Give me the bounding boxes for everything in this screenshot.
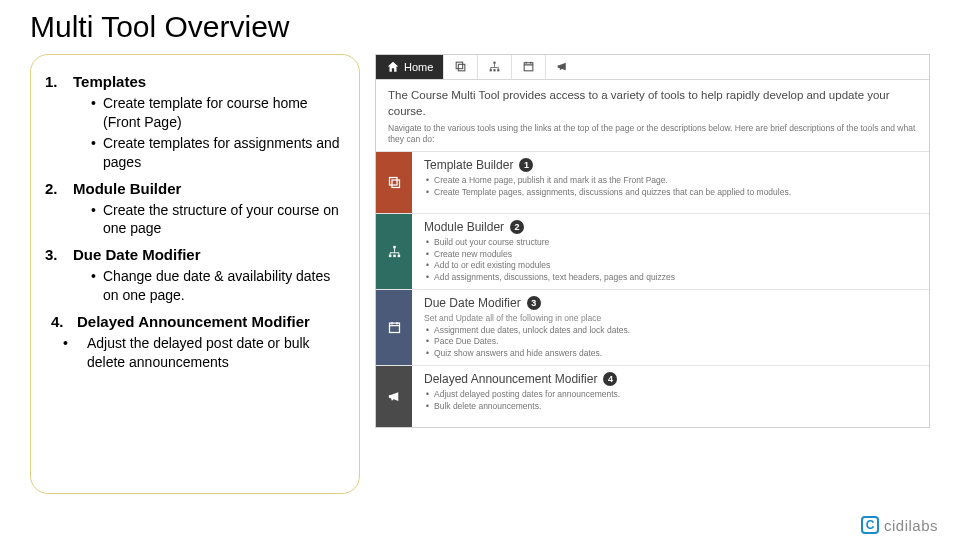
list-number: 3. bbox=[45, 246, 73, 263]
list-sub: •Adjust the delayed post date or bulk de… bbox=[63, 334, 345, 372]
list-heading: Templates bbox=[73, 73, 146, 90]
svg-rect-10 bbox=[388, 255, 391, 258]
list-heading: Due Date Modifier bbox=[73, 246, 201, 263]
section-bullet: Add to or edit existing modules bbox=[424, 260, 919, 271]
list-item: 2. Module Builder bbox=[45, 180, 345, 197]
subintro-text: Navigate to the various tools using the … bbox=[376, 121, 929, 151]
list-number: 4. bbox=[51, 313, 77, 330]
section-bullet: Adjust delayed posting dates for announc… bbox=[424, 389, 919, 400]
section-bullet: Build out your course structure bbox=[424, 237, 919, 248]
content-area: 1. Templates •Create template for course… bbox=[30, 54, 930, 494]
logo-text: cidilabs bbox=[884, 517, 938, 534]
svg-rect-12 bbox=[397, 255, 400, 258]
section-bullet: Create a Home page, publish it and mark … bbox=[424, 175, 919, 186]
section-body: Module Builder2 Build out your course st… bbox=[412, 214, 929, 289]
svg-rect-9 bbox=[393, 246, 396, 249]
section-template-builder[interactable]: Template Builder1 Create a Home page, pu… bbox=[376, 151, 929, 213]
tab-templates[interactable] bbox=[443, 55, 477, 79]
section-body: Due Date Modifier3 Set and Update all of… bbox=[412, 290, 929, 365]
section-due-date-modifier[interactable]: Due Date Modifier3 Set and Update all of… bbox=[376, 289, 929, 365]
bullhorn-icon bbox=[556, 60, 569, 75]
bullet-icon: • bbox=[91, 201, 103, 239]
svg-rect-5 bbox=[498, 69, 500, 71]
tab-announcements[interactable] bbox=[545, 55, 579, 79]
section-title: Delayed Announcement Modifier bbox=[424, 372, 597, 386]
top-nav: Home bbox=[376, 55, 929, 80]
list-bullet: Create templates for assignments and pag… bbox=[103, 134, 345, 172]
svg-rect-8 bbox=[389, 178, 397, 186]
calendar-icon bbox=[376, 290, 412, 365]
list-sub: •Create the structure of your course on … bbox=[91, 201, 345, 239]
section-bullet: Assignment due dates, unlock dates and l… bbox=[424, 325, 919, 336]
svg-rect-4 bbox=[494, 69, 496, 71]
section-bullet: Bulk delete announcements. bbox=[424, 401, 919, 412]
bullet-icon: • bbox=[91, 94, 103, 132]
home-icon bbox=[386, 60, 400, 74]
section-title: Module Builder bbox=[424, 220, 504, 234]
badge: 2 bbox=[510, 220, 524, 234]
list-bullet: Create the structure of your course on o… bbox=[103, 201, 345, 239]
app-screenshot: Home The Course Multi Tool prov bbox=[375, 54, 930, 428]
tab-modules[interactable] bbox=[477, 55, 511, 79]
home-label: Home bbox=[404, 61, 433, 73]
section-bullet: Quiz show answers and hide answers dates… bbox=[424, 348, 919, 359]
section-body: Template Builder1 Create a Home page, pu… bbox=[412, 152, 929, 213]
logo-mark: C bbox=[861, 516, 879, 534]
slide: Multi Tool Overview 1. Templates •Create… bbox=[0, 0, 960, 540]
copy-icon bbox=[376, 152, 412, 213]
list-item: 4. Delayed Announcement Modifier bbox=[51, 313, 345, 330]
section-desc: Set and Update all of the following in o… bbox=[424, 313, 919, 323]
copy-icon bbox=[454, 60, 467, 75]
bullet-icon: • bbox=[91, 267, 103, 305]
bullet-icon: • bbox=[63, 334, 87, 372]
list-item: 3. Due Date Modifier bbox=[45, 246, 345, 263]
section-bullet: Add assignments, discussions, text heade… bbox=[424, 272, 919, 283]
list-heading: Delayed Announcement Modifier bbox=[77, 313, 310, 330]
svg-rect-2 bbox=[494, 61, 496, 63]
list-number: 1. bbox=[45, 73, 73, 90]
overview-panel: 1. Templates •Create template for course… bbox=[30, 54, 360, 494]
section-title: Template Builder bbox=[424, 158, 513, 172]
svg-rect-7 bbox=[392, 180, 400, 188]
list-number: 2. bbox=[45, 180, 73, 197]
svg-rect-11 bbox=[393, 255, 396, 258]
svg-rect-13 bbox=[389, 323, 399, 332]
badge: 4 bbox=[603, 372, 617, 386]
list-sub: •Change due date & availability dates on… bbox=[91, 267, 345, 305]
footer-logo: C cidilabs bbox=[861, 516, 938, 534]
page-title: Multi Tool Overview bbox=[30, 10, 930, 44]
list-heading: Module Builder bbox=[73, 180, 181, 197]
intro-text: The Course Multi Tool provides access to… bbox=[376, 80, 929, 121]
list-bullet: Change due date & availability dates on … bbox=[103, 267, 345, 305]
calendar-icon bbox=[522, 60, 535, 75]
list-bullet: Adjust the delayed post date or bulk del… bbox=[87, 334, 345, 372]
section-bullet: Pace Due Dates. bbox=[424, 336, 919, 347]
home-button[interactable]: Home bbox=[376, 55, 443, 79]
section-body: Delayed Announcement Modifier4 Adjust de… bbox=[412, 366, 929, 427]
list-sub: •Create template for course home (Front … bbox=[91, 94, 345, 172]
bullhorn-icon bbox=[376, 366, 412, 427]
screenshot-panel: Home The Course Multi Tool prov bbox=[375, 54, 930, 494]
sitemap-icon bbox=[488, 60, 501, 75]
section-module-builder[interactable]: Module Builder2 Build out your course st… bbox=[376, 213, 929, 289]
badge: 1 bbox=[519, 158, 533, 172]
list-bullet: Create template for course home (Front P… bbox=[103, 94, 345, 132]
bullet-icon: • bbox=[91, 134, 103, 172]
svg-rect-0 bbox=[459, 64, 466, 71]
list-item: 1. Templates bbox=[45, 73, 345, 90]
section-delayed-announcement[interactable]: Delayed Announcement Modifier4 Adjust de… bbox=[376, 365, 929, 427]
tab-dates[interactable] bbox=[511, 55, 545, 79]
section-bullet: Create Template pages, assignments, disc… bbox=[424, 187, 919, 198]
svg-rect-6 bbox=[525, 62, 534, 70]
svg-rect-1 bbox=[457, 62, 464, 68]
sitemap-icon bbox=[376, 214, 412, 289]
svg-rect-3 bbox=[490, 69, 492, 71]
badge: 3 bbox=[527, 296, 541, 310]
section-title: Due Date Modifier bbox=[424, 296, 521, 310]
section-bullet: Create new modules bbox=[424, 249, 919, 260]
